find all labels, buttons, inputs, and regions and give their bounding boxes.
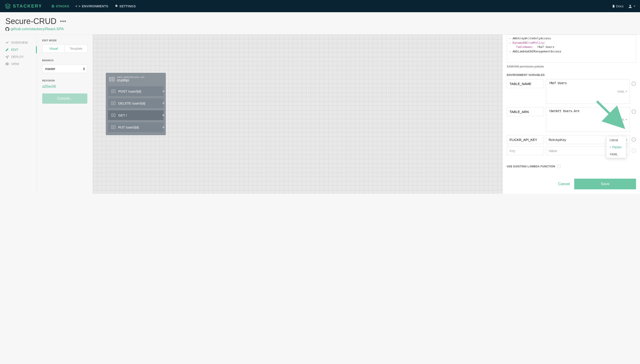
dropdown-item-literal[interactable]: Literal xyxy=(606,136,626,144)
revision-link[interactable]: a25ec56 xyxy=(42,84,56,88)
policies-code[interactable]: - AWSXrayWriteOnlyAccess - DynamoDBCrudP… xyxy=(507,34,636,62)
env-key-input[interactable] xyxy=(507,135,544,144)
stacks-icon xyxy=(51,4,55,8)
docs-label: Docs xyxy=(616,4,623,8)
remove-env-button[interactable]: − xyxy=(631,110,636,114)
chevron-down-icon xyxy=(633,5,635,7)
svg-rect-4 xyxy=(112,90,113,93)
toggle-visual[interactable]: Visual xyxy=(43,44,65,52)
remove-env-button[interactable]: − xyxy=(631,138,636,142)
sidebar-item-deploy[interactable]: DEPLOY xyxy=(0,53,37,60)
branch-select[interactable]: master xyxy=(42,64,87,73)
remove-env-button[interactable]: − xyxy=(631,82,636,86)
svg-point-0 xyxy=(629,5,631,6)
svg-rect-10 xyxy=(112,126,113,129)
gear-icon xyxy=(114,4,118,8)
connection-dot[interactable] xyxy=(162,102,165,104)
env-value-input[interactable] xyxy=(546,136,614,144)
save-button[interactable]: Save xyxy=(574,179,636,189)
svg-point-1 xyxy=(7,64,8,64)
sidebar-item-edit[interactable]: EDIT xyxy=(0,46,37,53)
use-existing-label: USE EXISTING LAMBDA FUNCTION xyxy=(507,165,555,168)
sidebar-nav: OVERVIEW EDIT DEPLOY VIEW xyxy=(0,34,37,194)
chevron-down-icon xyxy=(625,118,627,120)
canvas[interactable]: AWS::SERVERLESS::API crudApi POST /user/… xyxy=(93,34,503,194)
nav-environments[interactable]: < > ENVIRONMENTS xyxy=(75,4,108,8)
sidebar-overview-label: OVERVIEW xyxy=(11,41,28,44)
connection-dot[interactable] xyxy=(162,90,165,92)
sidebar-item-view[interactable]: VIEW xyxy=(0,60,37,68)
dropdown-item-param[interactable]: Param xyxy=(606,144,626,151)
nav-stacks[interactable]: STACKS xyxy=(51,4,69,8)
env-type-select[interactable]: YAML xyxy=(615,90,629,93)
api-name: crudApi xyxy=(117,78,144,82)
env-row-1: !GetAtt Users.Arn YAML − xyxy=(507,107,636,132)
top-nav: STACKERY STACKS < > ENVIRONMENTS SETTING… xyxy=(0,0,640,12)
type-dropdown: Literal Param YAML xyxy=(606,136,626,158)
route-label: GET / xyxy=(118,114,127,117)
commit-button[interactable]: Commit... xyxy=(42,94,87,104)
svg-rect-8 xyxy=(112,114,113,117)
svg-rect-9 xyxy=(114,114,115,117)
route-get[interactable]: GET / xyxy=(108,110,163,120)
dropdown-item-yaml[interactable]: YAML xyxy=(606,151,626,158)
env-vars-label: ENVIRONMENT VARIABLES xyxy=(507,74,636,76)
sidebar-deploy-label: DEPLOY xyxy=(11,55,24,58)
env-key-input[interactable] xyxy=(507,146,544,155)
more-menu[interactable]: ••• xyxy=(60,18,66,24)
env-value-input[interactable]: !Ref Users xyxy=(546,80,615,104)
github-icon xyxy=(5,27,9,31)
svg-rect-5 xyxy=(114,90,115,93)
route-delete[interactable]: DELETE /user/{id} xyxy=(108,98,163,108)
env-type-select[interactable]: YAML xyxy=(615,118,629,121)
chevron-right-icon xyxy=(609,146,611,148)
route-icon xyxy=(111,89,116,94)
user-icon xyxy=(628,4,632,8)
chart-icon xyxy=(5,41,9,44)
nav-stacks-label: STACKS xyxy=(56,4,69,8)
cancel-button[interactable]: Cancel xyxy=(558,182,570,186)
branch-label: BRANCH xyxy=(42,59,87,62)
toggle-template[interactable]: Template xyxy=(65,44,87,52)
deploy-icon xyxy=(5,55,9,58)
env-key-input[interactable] xyxy=(507,79,544,88)
connection-dot[interactable] xyxy=(162,114,165,116)
doc-icon xyxy=(612,5,615,8)
sidebar-item-overview[interactable]: OVERVIEW xyxy=(0,39,37,46)
page-title: Secure-CRUD xyxy=(5,17,57,26)
eye-icon xyxy=(5,62,9,66)
route-label: POST /user/{id} xyxy=(118,90,141,93)
nav-settings[interactable]: SETTINGS xyxy=(114,4,136,8)
nav-settings-label: SETTINGS xyxy=(119,4,136,8)
use-existing-lambda: USE EXISTING LAMBDA FUNCTION xyxy=(507,165,636,168)
user-menu[interactable] xyxy=(628,4,635,8)
chevron-down-icon xyxy=(625,90,627,92)
route-icon xyxy=(111,125,116,130)
env-value-input[interactable]: !GetAtt Users.Arn xyxy=(546,108,615,132)
api-icon xyxy=(109,76,115,82)
route-put[interactable]: PUT /user/{id} xyxy=(108,122,163,132)
route-icon xyxy=(111,113,116,118)
nav-right: Docs xyxy=(612,4,635,8)
details-panel: - AWSXrayWriteOnlyAccess - DynamoDBCrudP… xyxy=(503,34,640,194)
route-post[interactable]: POST /user/{id} xyxy=(108,86,163,96)
env-row-0: !Ref Users YAML − xyxy=(507,79,636,104)
api-card[interactable]: AWS::SERVERLESS::API crudApi POST /user/… xyxy=(106,73,166,135)
repo-link[interactable]: github.com/stackery/React-SPA xyxy=(11,27,64,31)
api-type: AWS::SERVERLESS::API xyxy=(117,76,144,78)
route-icon xyxy=(111,101,116,106)
edit-panel: EDIT MODE Visual Template BRANCH master … xyxy=(37,34,93,194)
svg-rect-6 xyxy=(112,102,113,105)
svg-rect-11 xyxy=(114,126,115,129)
brand-logo[interactable]: STACKERY xyxy=(5,3,42,10)
sidebar-view-label: VIEW xyxy=(11,62,19,66)
docs-link[interactable]: Docs xyxy=(612,4,623,8)
edit-mode-label: EDIT MODE xyxy=(42,39,87,42)
env-key-input[interactable] xyxy=(507,107,544,116)
code-icon: < > xyxy=(75,4,80,8)
svg-rect-7 xyxy=(114,102,115,105)
route-label: DELETE /user/{id} xyxy=(118,102,145,105)
nav-environments-label: ENVIRONMENTS xyxy=(82,4,108,8)
use-existing-checkbox[interactable] xyxy=(557,165,560,168)
connection-dot[interactable] xyxy=(162,126,165,128)
